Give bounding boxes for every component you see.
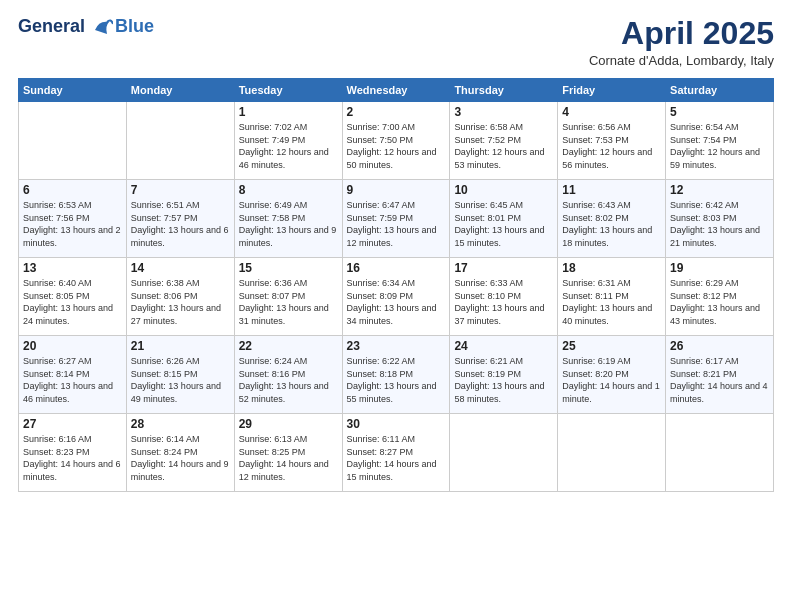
day-number: 10	[454, 183, 553, 197]
day-info: Sunrise: 6:47 AM Sunset: 7:59 PM Dayligh…	[347, 199, 446, 249]
day-info: Sunrise: 6:34 AM Sunset: 8:09 PM Dayligh…	[347, 277, 446, 327]
calendar-cell: 17Sunrise: 6:33 AM Sunset: 8:10 PM Dayli…	[450, 258, 558, 336]
day-number: 3	[454, 105, 553, 119]
day-number: 25	[562, 339, 661, 353]
calendar-cell: 20Sunrise: 6:27 AM Sunset: 8:14 PM Dayli…	[19, 336, 127, 414]
week-row-4: 27Sunrise: 6:16 AM Sunset: 8:23 PM Dayli…	[19, 414, 774, 492]
day-info: Sunrise: 6:49 AM Sunset: 7:58 PM Dayligh…	[239, 199, 338, 249]
day-number: 5	[670, 105, 769, 119]
weekday-header-tuesday: Tuesday	[234, 79, 342, 102]
calendar: SundayMondayTuesdayWednesdayThursdayFrid…	[18, 78, 774, 492]
calendar-cell: 27Sunrise: 6:16 AM Sunset: 8:23 PM Dayli…	[19, 414, 127, 492]
day-info: Sunrise: 6:36 AM Sunset: 8:07 PM Dayligh…	[239, 277, 338, 327]
day-info: Sunrise: 6:17 AM Sunset: 8:21 PM Dayligh…	[670, 355, 769, 405]
day-info: Sunrise: 6:11 AM Sunset: 8:27 PM Dayligh…	[347, 433, 446, 483]
day-info: Sunrise: 6:54 AM Sunset: 7:54 PM Dayligh…	[670, 121, 769, 171]
week-row-0: 1Sunrise: 7:02 AM Sunset: 7:49 PM Daylig…	[19, 102, 774, 180]
day-info: Sunrise: 7:02 AM Sunset: 7:49 PM Dayligh…	[239, 121, 338, 171]
calendar-cell: 10Sunrise: 6:45 AM Sunset: 8:01 PM Dayli…	[450, 180, 558, 258]
day-info: Sunrise: 6:29 AM Sunset: 8:12 PM Dayligh…	[670, 277, 769, 327]
day-number: 28	[131, 417, 230, 431]
calendar-cell: 18Sunrise: 6:31 AM Sunset: 8:11 PM Dayli…	[558, 258, 666, 336]
day-number: 6	[23, 183, 122, 197]
day-info: Sunrise: 6:22 AM Sunset: 8:18 PM Dayligh…	[347, 355, 446, 405]
day-info: Sunrise: 6:27 AM Sunset: 8:14 PM Dayligh…	[23, 355, 122, 405]
calendar-cell	[666, 414, 774, 492]
calendar-cell: 4Sunrise: 6:56 AM Sunset: 7:53 PM Daylig…	[558, 102, 666, 180]
day-number: 16	[347, 261, 446, 275]
calendar-cell: 26Sunrise: 6:17 AM Sunset: 8:21 PM Dayli…	[666, 336, 774, 414]
page: General Blue April 2025 Cornate d'Adda, …	[0, 0, 792, 612]
day-info: Sunrise: 6:53 AM Sunset: 7:56 PM Dayligh…	[23, 199, 122, 249]
day-info: Sunrise: 6:42 AM Sunset: 8:03 PM Dayligh…	[670, 199, 769, 249]
day-number: 27	[23, 417, 122, 431]
weekday-header-thursday: Thursday	[450, 79, 558, 102]
calendar-cell: 28Sunrise: 6:14 AM Sunset: 8:24 PM Dayli…	[126, 414, 234, 492]
calendar-cell: 19Sunrise: 6:29 AM Sunset: 8:12 PM Dayli…	[666, 258, 774, 336]
calendar-cell: 23Sunrise: 6:22 AM Sunset: 8:18 PM Dayli…	[342, 336, 450, 414]
calendar-cell: 22Sunrise: 6:24 AM Sunset: 8:16 PM Dayli…	[234, 336, 342, 414]
location: Cornate d'Adda, Lombardy, Italy	[589, 53, 774, 68]
day-info: Sunrise: 6:38 AM Sunset: 8:06 PM Dayligh…	[131, 277, 230, 327]
day-info: Sunrise: 6:19 AM Sunset: 8:20 PM Dayligh…	[562, 355, 661, 405]
day-number: 29	[239, 417, 338, 431]
day-number: 9	[347, 183, 446, 197]
weekday-header-saturday: Saturday	[666, 79, 774, 102]
calendar-cell: 21Sunrise: 6:26 AM Sunset: 8:15 PM Dayli…	[126, 336, 234, 414]
day-number: 23	[347, 339, 446, 353]
day-number: 30	[347, 417, 446, 431]
logo-line2: Blue	[115, 17, 154, 37]
calendar-cell	[450, 414, 558, 492]
day-number: 4	[562, 105, 661, 119]
calendar-cell: 8Sunrise: 6:49 AM Sunset: 7:58 PM Daylig…	[234, 180, 342, 258]
logo-text: General	[18, 16, 113, 38]
calendar-cell: 24Sunrise: 6:21 AM Sunset: 8:19 PM Dayli…	[450, 336, 558, 414]
header: General Blue April 2025 Cornate d'Adda, …	[18, 16, 774, 68]
day-info: Sunrise: 6:56 AM Sunset: 7:53 PM Dayligh…	[562, 121, 661, 171]
calendar-cell: 30Sunrise: 6:11 AM Sunset: 8:27 PM Dayli…	[342, 414, 450, 492]
logo-line1: General	[18, 16, 85, 36]
title-block: April 2025 Cornate d'Adda, Lombardy, Ita…	[589, 16, 774, 68]
day-number: 12	[670, 183, 769, 197]
calendar-cell: 2Sunrise: 7:00 AM Sunset: 7:50 PM Daylig…	[342, 102, 450, 180]
day-info: Sunrise: 7:00 AM Sunset: 7:50 PM Dayligh…	[347, 121, 446, 171]
day-number: 22	[239, 339, 338, 353]
calendar-cell: 13Sunrise: 6:40 AM Sunset: 8:05 PM Dayli…	[19, 258, 127, 336]
day-info: Sunrise: 6:24 AM Sunset: 8:16 PM Dayligh…	[239, 355, 338, 405]
day-number: 15	[239, 261, 338, 275]
calendar-cell: 6Sunrise: 6:53 AM Sunset: 7:56 PM Daylig…	[19, 180, 127, 258]
weekday-header-wednesday: Wednesday	[342, 79, 450, 102]
calendar-cell: 11Sunrise: 6:43 AM Sunset: 8:02 PM Dayli…	[558, 180, 666, 258]
calendar-cell: 5Sunrise: 6:54 AM Sunset: 7:54 PM Daylig…	[666, 102, 774, 180]
day-number: 13	[23, 261, 122, 275]
calendar-cell: 1Sunrise: 7:02 AM Sunset: 7:49 PM Daylig…	[234, 102, 342, 180]
day-info: Sunrise: 6:51 AM Sunset: 7:57 PM Dayligh…	[131, 199, 230, 249]
logo-icon	[91, 16, 113, 38]
calendar-cell: 16Sunrise: 6:34 AM Sunset: 8:09 PM Dayli…	[342, 258, 450, 336]
logo: General Blue	[18, 16, 154, 38]
day-info: Sunrise: 6:14 AM Sunset: 8:24 PM Dayligh…	[131, 433, 230, 483]
day-info: Sunrise: 6:58 AM Sunset: 7:52 PM Dayligh…	[454, 121, 553, 171]
day-info: Sunrise: 6:26 AM Sunset: 8:15 PM Dayligh…	[131, 355, 230, 405]
day-number: 17	[454, 261, 553, 275]
day-number: 11	[562, 183, 661, 197]
week-row-3: 20Sunrise: 6:27 AM Sunset: 8:14 PM Dayli…	[19, 336, 774, 414]
calendar-cell: 9Sunrise: 6:47 AM Sunset: 7:59 PM Daylig…	[342, 180, 450, 258]
day-number: 18	[562, 261, 661, 275]
month-title: April 2025	[589, 16, 774, 51]
week-row-1: 6Sunrise: 6:53 AM Sunset: 7:56 PM Daylig…	[19, 180, 774, 258]
day-info: Sunrise: 6:13 AM Sunset: 8:25 PM Dayligh…	[239, 433, 338, 483]
calendar-cell: 25Sunrise: 6:19 AM Sunset: 8:20 PM Dayli…	[558, 336, 666, 414]
calendar-cell: 12Sunrise: 6:42 AM Sunset: 8:03 PM Dayli…	[666, 180, 774, 258]
calendar-cell	[558, 414, 666, 492]
weekday-header-monday: Monday	[126, 79, 234, 102]
calendar-cell	[126, 102, 234, 180]
day-info: Sunrise: 6:40 AM Sunset: 8:05 PM Dayligh…	[23, 277, 122, 327]
weekday-header-friday: Friday	[558, 79, 666, 102]
week-row-2: 13Sunrise: 6:40 AM Sunset: 8:05 PM Dayli…	[19, 258, 774, 336]
day-info: Sunrise: 6:33 AM Sunset: 8:10 PM Dayligh…	[454, 277, 553, 327]
day-info: Sunrise: 6:21 AM Sunset: 8:19 PM Dayligh…	[454, 355, 553, 405]
calendar-cell: 7Sunrise: 6:51 AM Sunset: 7:57 PM Daylig…	[126, 180, 234, 258]
calendar-cell	[19, 102, 127, 180]
day-info: Sunrise: 6:31 AM Sunset: 8:11 PM Dayligh…	[562, 277, 661, 327]
